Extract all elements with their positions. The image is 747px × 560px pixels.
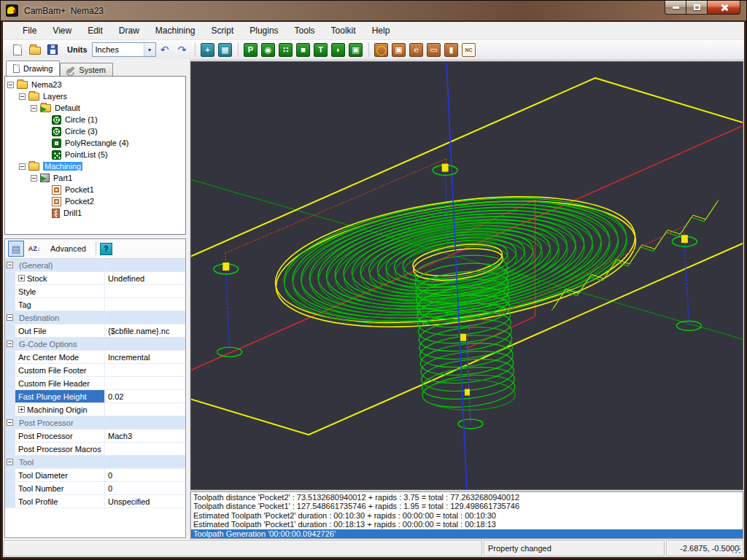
tree-item-pocket1[interactable]: Pocket1 <box>5 184 185 195</box>
prop-value[interactable]: Mach3 <box>105 429 185 442</box>
prop-row-custom-file-footer[interactable]: Custom File Footer <box>5 364 185 377</box>
tree-label[interactable]: Layers <box>43 92 67 101</box>
menu-plugins[interactable]: Plugins <box>241 23 286 39</box>
tab-system[interactable]: System <box>60 63 113 76</box>
tree-label[interactable]: Circle (1) <box>65 115 98 124</box>
prop-row-style[interactable]: Style <box>5 285 185 298</box>
tree-item-circle-1[interactable]: Circle (1) <box>5 114 185 125</box>
collapse-icon[interactable]: − <box>19 93 26 100</box>
tree-label[interactable]: Pocket1 <box>65 185 94 194</box>
tree-label[interactable]: Part1 <box>53 174 72 182</box>
tree-item-pointlist[interactable]: PointList (5) <box>5 149 185 160</box>
menu-file[interactable]: File <box>15 23 44 39</box>
log-line[interactable]: Estimated Toolpath 'Pocket2' duration : … <box>191 511 743 520</box>
expand-icon[interactable]: + <box>18 275 25 281</box>
3d-viewport[interactable] <box>190 61 743 490</box>
collapse-icon[interactable]: − <box>7 82 14 88</box>
mop-profile-button[interactable]: ◯ <box>374 42 390 58</box>
prop-row-outfile[interactable]: Out File {$cbfile.name}.nc <box>5 324 185 338</box>
units-combo[interactable]: Inches ▾ <box>92 42 156 57</box>
collapse-icon[interactable]: − <box>7 459 13 465</box>
prop-value[interactable]: {$cbfile.name}.nc <box>105 324 185 337</box>
menu-machining[interactable]: Machining <box>147 23 204 39</box>
titlebar[interactable]: CamBam+ Nema23 <box>1 1 746 20</box>
close-button[interactable] <box>707 1 740 15</box>
mop-pocket-button[interactable]: ▣ <box>391 42 407 58</box>
prop-row-stock[interactable]: +Stock Undefined <box>5 272 185 285</box>
menu-tools[interactable]: Tools <box>287 23 323 39</box>
prop-category-general[interactable]: − (General) <box>5 259 185 272</box>
tree-item-circle-3[interactable]: Circle (3) <box>5 125 185 137</box>
collapse-icon[interactable]: − <box>19 163 26 170</box>
draw-rectangle-button[interactable]: ■ <box>295 42 311 58</box>
tree-item-machining[interactable]: − Machining <box>5 160 185 172</box>
prop-value[interactable]: Incremental <box>105 351 185 363</box>
prop-value[interactable] <box>105 377 185 389</box>
prop-category-tool[interactable]: − Tool <box>5 456 185 469</box>
menu-edit[interactable]: Edit <box>80 23 111 39</box>
menu-view[interactable]: View <box>44 23 80 39</box>
menu-draw[interactable]: Draw <box>111 23 147 39</box>
prop-value[interactable]: 0 <box>105 469 185 481</box>
minimize-button[interactable] <box>665 1 686 15</box>
prop-row-post-processor-macros[interactable]: Post Processor Macros <box>5 443 185 456</box>
menu-help[interactable]: Help <box>364 23 398 39</box>
tree-item-drill1[interactable]: Drill1 <box>5 207 185 219</box>
tree-item-polyrectangle[interactable]: PolyRectangle (4) <box>5 137 185 149</box>
resize-grip[interactable] <box>732 545 742 555</box>
tree-item-default-layer[interactable]: − Default <box>5 102 185 114</box>
prop-value[interactable] <box>105 285 185 298</box>
prop-row-arc-center-mode[interactable]: Arc Center Mode Incremental <box>5 351 185 364</box>
help-button[interactable]: ? <box>100 243 112 255</box>
log-line[interactable]: Toolpath distance 'Pocket2' : 73.5132680… <box>191 493 743 502</box>
prop-value[interactable] <box>105 403 185 416</box>
collapse-icon[interactable]: − <box>7 341 13 347</box>
tree-label[interactable]: Nema23 <box>31 80 62 89</box>
log-line-selected[interactable]: Toolpath Generation '00:00:00.0942726' <box>191 529 743 538</box>
log-line[interactable]: Estimated Toolpath 'Pocket1' duration : … <box>191 520 743 529</box>
categorized-view-button[interactable]: ▤ <box>8 241 24 257</box>
prop-value[interactable] <box>105 443 185 455</box>
tree-item-part1[interactable]: − Part1 <box>5 172 185 184</box>
collapse-icon[interactable]: − <box>31 105 37 112</box>
expand-icon[interactable]: + <box>18 406 25 413</box>
mop-drill-button[interactable]: ▮ <box>444 42 460 58</box>
grid-toggle-button[interactable]: ▦ <box>217 42 233 58</box>
prop-value[interactable]: 0.02 <box>105 390 185 402</box>
chevron-down-icon[interactable]: ▾ <box>144 43 155 56</box>
collapse-icon[interactable]: − <box>31 175 37 182</box>
menu-toolkit[interactable]: Toolkit <box>323 23 364 39</box>
prop-row-tool-number[interactable]: Tool Number 0 <box>5 482 185 495</box>
prop-value[interactable] <box>105 298 185 311</box>
save-file-button[interactable] <box>44 42 61 58</box>
alphabetical-view-button[interactable]: AZ↓ <box>26 241 42 257</box>
prop-value[interactable] <box>105 364 185 376</box>
prop-value[interactable]: Unspecified <box>105 495 185 508</box>
log-line[interactable]: Toolpath distance 'Pocket1' : 127.548661… <box>191 502 743 510</box>
tree-label[interactable]: Circle (3) <box>65 127 98 136</box>
draw-pointlist-button[interactable]: ∷ <box>278 42 294 58</box>
draw-polyline-button[interactable]: P <box>243 42 259 58</box>
prop-value[interactable]: Undefined <box>105 272 185 284</box>
prop-category-destination[interactable]: − Destination <box>5 311 185 324</box>
draw-arc-button[interactable]: ◗ <box>330 42 347 58</box>
menu-script[interactable]: Script <box>204 23 242 39</box>
tree-label[interactable]: Default <box>55 104 80 112</box>
prop-category-post-processor[interactable]: − Post Processor <box>5 416 185 429</box>
draw-text-button[interactable]: T <box>313 42 329 58</box>
new-file-button[interactable] <box>9 42 26 58</box>
mop-engrave-button[interactable]: ℮ <box>409 42 425 58</box>
collapse-icon[interactable]: − <box>7 419 13 426</box>
draw-circle-button[interactable]: ◉ <box>260 42 276 58</box>
tree-label[interactable]: Pocket2 <box>65 197 94 206</box>
tree-item-layers[interactable]: − Layers <box>5 90 185 102</box>
open-file-button[interactable] <box>27 42 43 58</box>
prop-row-tool-diameter[interactable]: Tool Diameter 0 <box>5 469 185 482</box>
prop-row-tag[interactable]: Tag <box>5 298 185 311</box>
prop-row-fast-plunge-height[interactable]: Fast Plunge Height 0.02 <box>5 390 185 403</box>
collapse-icon[interactable]: − <box>7 314 13 321</box>
snap-points-button[interactable]: + <box>200 42 216 58</box>
draw-surface-button[interactable]: ▣ <box>348 42 364 58</box>
maximize-button[interactable] <box>686 1 707 15</box>
redo-button[interactable]: ↷ <box>174 42 190 58</box>
